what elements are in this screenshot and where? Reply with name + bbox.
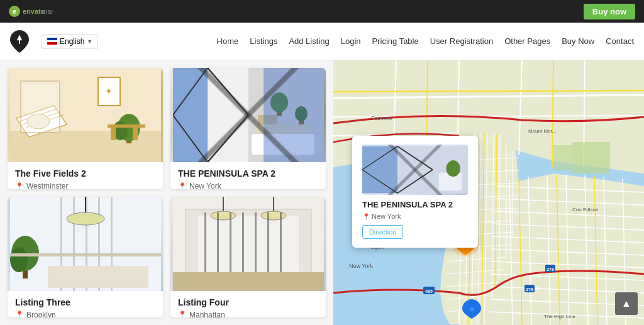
listing-image-2 <box>170 68 326 162</box>
listing-location-3: 📍 Brooklyn <box>15 311 155 318</box>
listing-img-svg-2 <box>173 68 324 162</box>
main-content: ✦ Th <box>0 60 644 325</box>
pin-icon-1: 📍 <box>15 182 24 189</box>
map-popup-image <box>362 145 468 195</box>
svg-rect-53 <box>198 216 299 272</box>
map-popup-title: THE PENINSULA SPA 2 <box>362 200 468 209</box>
svg-text:New York: New York <box>349 263 374 269</box>
svg-rect-35 <box>252 137 314 155</box>
map-panel: Fairview agen Suttenberg New York Mount … <box>333 60 644 325</box>
scroll-to-top-button[interactable]: ▲ <box>615 292 638 315</box>
nav-user-registration[interactable]: User Registration <box>430 36 493 46</box>
listing-img-svg-3 <box>10 197 161 291</box>
svg-line-25 <box>208 68 248 115</box>
svg-rect-22 <box>173 68 248 162</box>
listing-card-body-4: Listing Four 📍 Manhattan <box>170 291 326 318</box>
listing-card-3[interactable]: Listing Three 📍 Brooklyn Food, Health, W… <box>8 197 163 318</box>
listing-location-2: 📍 New York <box>178 182 318 189</box>
svg-rect-31 <box>277 106 282 116</box>
svg-rect-62 <box>255 212 257 275</box>
svg-rect-147 <box>362 146 468 194</box>
language-selector[interactable]: English ▼ <box>42 34 98 49</box>
nav-add-listing[interactable]: Add Listing <box>289 36 329 46</box>
svg-rect-63 <box>267 212 269 275</box>
svg-text:The High Line: The High Line <box>544 314 575 319</box>
nav-links: Home Listings Add Listing Login Pricing … <box>217 36 634 46</box>
svg-rect-60 <box>230 212 231 275</box>
nav-logo <box>10 30 29 53</box>
nav-buy-now[interactable]: Buy Now <box>562 36 594 46</box>
map-popup-location: 📍 New York <box>362 212 468 220</box>
popup-img-svg <box>362 145 468 195</box>
svg-rect-65 <box>173 272 324 291</box>
svg-rect-33 <box>299 117 304 124</box>
nav-home[interactable]: Home <box>217 36 239 46</box>
nav-pricing-table[interactable]: Pricing Table <box>372 36 419 46</box>
topbar-buy-now-button[interactable]: Buy now <box>584 4 635 19</box>
listing-title-3: Listing Three <box>15 297 155 307</box>
listing-card-body-1: The Five Fields 2 📍 Westminster ▪ Air Du… <box>8 162 163 189</box>
svg-line-27 <box>173 68 208 115</box>
svg-text:Mount Mor...: Mount Mor... <box>528 128 556 134</box>
svg-point-14 <box>27 114 50 129</box>
language-label: English <box>60 37 84 46</box>
svg-point-44 <box>67 212 104 225</box>
listing-img-svg-4 <box>173 197 324 291</box>
listing-location-1: 📍 Westminster <box>15 182 155 189</box>
envato-logo: e envato market <box>9 6 53 17</box>
svg-line-151 <box>362 146 397 170</box>
listing-title-1: The Five Fields 2 <box>15 168 155 179</box>
svg-rect-18 <box>108 124 145 128</box>
topbar: e envato market Buy now <box>0 0 644 23</box>
navbar: English ▼ Home Listings Add Listing Logi… <box>0 23 644 60</box>
svg-rect-30 <box>258 115 277 124</box>
svg-text:⌂: ⌂ <box>470 305 474 312</box>
svg-rect-58 <box>204 212 206 275</box>
svg-point-47 <box>10 247 28 272</box>
chevron-down-icon: ▼ <box>87 38 92 45</box>
nav-listings[interactable]: Listings <box>250 36 277 46</box>
svg-point-154 <box>446 160 460 177</box>
svg-rect-49 <box>10 253 161 256</box>
listing-card-2[interactable]: THE PENINSULA SPA 2 📍 New York ▪ Beauty … <box>170 68 326 189</box>
svg-rect-137 <box>553 145 572 170</box>
logo-pin-icon <box>10 30 29 53</box>
svg-point-34 <box>295 106 308 121</box>
svg-rect-19 <box>111 128 116 140</box>
map-background: Fairview agen Suttenberg New York Mount … <box>333 60 644 325</box>
svg-line-152 <box>362 170 397 193</box>
svg-text:495: 495 <box>425 289 433 294</box>
listings-panel: ✦ Th <box>0 60 333 325</box>
nav-contact[interactable]: Contact <box>606 36 634 46</box>
svg-rect-48 <box>48 266 148 288</box>
nav-login[interactable]: Login <box>341 36 361 46</box>
svg-rect-136 <box>572 142 610 174</box>
svg-point-57 <box>261 211 286 220</box>
svg-line-149 <box>397 146 433 170</box>
svg-text:✦: ✦ <box>105 86 113 96</box>
svg-text:Con Edison: Con Edison <box>572 207 598 212</box>
envato-logo-svg: e envato market <box>9 6 53 17</box>
direction-button[interactable]: Direction <box>362 225 403 239</box>
listing-card-body-3: Listing Three 📍 Brooklyn Food, Health, W… <box>8 291 163 318</box>
listing-title-2: THE PENINSULA SPA 2 <box>178 168 318 179</box>
pin-icon-4: 📍 <box>178 311 187 317</box>
svg-rect-29 <box>255 124 311 150</box>
listing-location-4: 📍 Manhattan <box>178 311 318 318</box>
listing-card[interactable]: ✦ Th <box>8 68 163 189</box>
pin-icon-2: 📍 <box>178 182 187 189</box>
nav-other-pages[interactable]: Other Pages <box>504 36 550 46</box>
svg-line-13 <box>26 115 64 128</box>
svg-line-12 <box>23 112 60 124</box>
popup-location-text: New York <box>372 212 401 220</box>
svg-point-55 <box>211 211 236 220</box>
svg-line-150 <box>397 170 433 193</box>
flag-icon <box>47 38 57 45</box>
svg-text:Fairview: Fairview <box>371 115 392 121</box>
svg-text:278: 278 <box>547 267 554 272</box>
listing-card-4[interactable]: Listing Four 📍 Manhattan <box>170 197 326 318</box>
listing-title-4: Listing Four <box>178 297 318 307</box>
svg-rect-20 <box>133 128 138 140</box>
listing-img-svg-1: ✦ <box>10 68 161 162</box>
listing-card-body-2: THE PENINSULA SPA 2 📍 New York ▪ Beauty … <box>170 162 326 189</box>
